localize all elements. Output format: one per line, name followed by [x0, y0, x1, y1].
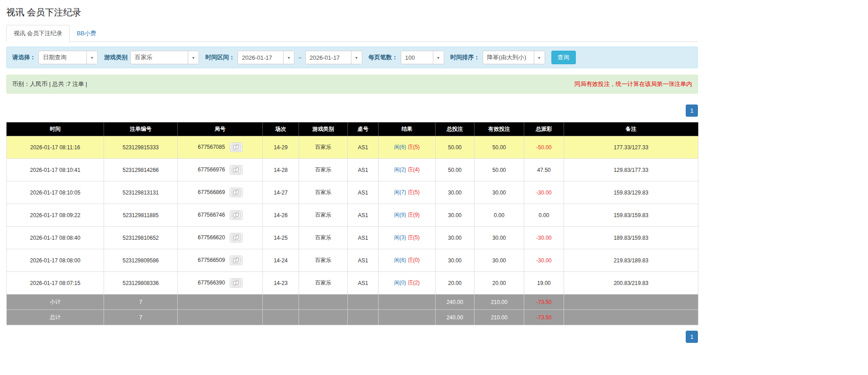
result-banker: 庄(5): [408, 144, 420, 150]
cell-note: 189.83/159.83: [564, 227, 698, 249]
view-cards-icon[interactable]: [230, 233, 242, 242]
result-banker: 庄(4): [408, 166, 420, 173]
round-id-value: 677566509: [198, 257, 225, 263]
result-banker: 庄(5): [408, 189, 420, 195]
page-1-button[interactable]: 1: [686, 331, 698, 343]
cell-payout: -50.00: [524, 136, 564, 159]
header-session: 场次: [263, 123, 299, 136]
cell-table-no: AS1: [348, 204, 379, 227]
date-from-value: 2026-01-17: [238, 54, 283, 61]
date-range-separator: ~: [297, 54, 303, 61]
cell-total-bet[interactable]: 30.00: [436, 227, 474, 249]
header-result: 结果: [379, 123, 436, 136]
chevron-down-icon[interactable]: ▾: [351, 51, 362, 64]
table-row: 2026-01-17 08:07:15 523129808336 6775663…: [7, 272, 698, 294]
date-to-select[interactable]: 2026-01-17 ▾: [305, 51, 362, 64]
cell-total-bet[interactable]: 30.00: [436, 204, 474, 227]
cell-note: 159.83/159.83: [564, 204, 698, 227]
page-size-select[interactable]: 100 ▾: [401, 51, 444, 64]
cell-total-bet[interactable]: 30.00: [436, 181, 474, 204]
table-body: 2026-01-17 08:11:16 523129815333 6775670…: [7, 136, 698, 294]
chevron-down-icon[interactable]: ▾: [433, 51, 444, 64]
cell-round-id: 677567085: [178, 136, 263, 159]
result-player: 闲(3): [394, 234, 406, 241]
cell-note: 159.83/129.83: [564, 181, 698, 204]
total-valid-bet: 210.00: [474, 310, 524, 325]
query-type-value: 日期查询: [39, 53, 86, 62]
date-to-value: 2026-01-17: [306, 54, 351, 61]
chevron-down-icon[interactable]: ▾: [534, 51, 545, 64]
query-type-select[interactable]: 日期查询 ▾: [38, 51, 98, 64]
cell-game-type: 百家乐: [299, 136, 348, 159]
cell-bet-id: 523129811885: [104, 204, 178, 227]
cell-table-no: AS1: [348, 136, 379, 159]
cell-round-id: 677566620: [178, 227, 263, 249]
total-count: 7: [104, 310, 178, 325]
cell-time: 2026-01-17 08:07:15: [7, 272, 104, 294]
cell-valid-bet: 50.00: [474, 159, 524, 181]
tab-bar: 视讯 会员下注纪录 BB小费: [6, 25, 698, 42]
round-id-value: 677566976: [198, 166, 225, 173]
cell-bet-id: 523129810652: [104, 227, 178, 249]
subtotal-row: 小计 7 240.00 210.00 -73.50: [7, 294, 698, 310]
cell-round-id: 677566509: [178, 249, 263, 272]
date-from-select[interactable]: 2026-01-17 ▾: [237, 51, 294, 64]
cell-round-id: 677566746: [178, 204, 263, 227]
view-cards-icon[interactable]: [230, 256, 242, 265]
header-total-bet: 总投注: [436, 123, 474, 136]
view-cards-icon[interactable]: [230, 142, 242, 152]
header-time: 时间: [7, 123, 104, 136]
time-sort-select[interactable]: 降幂(由大到小) ▾: [483, 51, 545, 64]
cell-session: 14-29: [263, 136, 299, 159]
page-1-button[interactable]: 1: [686, 104, 698, 117]
view-cards-icon[interactable]: [230, 278, 242, 288]
page-title: 视讯 会员下注纪录: [6, 6, 698, 19]
subtotal-count: 7: [104, 294, 178, 310]
result-player: 闲(2): [394, 166, 406, 173]
total-row: 总计 7 240.00 210.00 -73.50: [7, 310, 698, 325]
cell-total-bet[interactable]: 20.00: [436, 272, 474, 294]
view-cards-icon[interactable]: [230, 210, 242, 220]
cell-result: 闲(0) 庄(2): [379, 272, 436, 294]
cell-game-type: 百家乐: [299, 181, 348, 204]
cell-total-bet[interactable]: 50.00: [436, 136, 474, 159]
cell-total-bet[interactable]: 30.00: [436, 249, 474, 272]
table-row: 2026-01-17 08:11:16 523129815333 6775670…: [7, 136, 698, 159]
result-player: 闲(6): [394, 144, 406, 150]
cell-session: 14-24: [263, 249, 299, 272]
total-label: 总计: [7, 310, 104, 325]
table-row: 2026-01-17 08:10:41 523129814266 6775669…: [7, 159, 698, 181]
round-id-value: 677566869: [198, 189, 225, 195]
cell-payout: 47.50: [524, 159, 564, 181]
header-round-id: 局号: [178, 123, 263, 136]
view-cards-icon[interactable]: [230, 188, 242, 197]
result-player: 闲(7): [394, 189, 406, 195]
cell-table-no: AS1: [348, 249, 379, 272]
cell-total-bet[interactable]: 50.00: [436, 159, 474, 181]
tab-betting-records[interactable]: 视讯 会员下注纪录: [6, 25, 70, 42]
cell-bet-id: 523129815333: [104, 136, 178, 159]
cell-table-no: AS1: [348, 181, 379, 204]
table-row: 2026-01-17 08:09:22 523129811885 6775667…: [7, 204, 698, 227]
cell-result: 闲(2) 庄(4): [379, 159, 436, 181]
cell-bet-id: 523129808336: [104, 272, 178, 294]
query-button[interactable]: 查询: [551, 51, 576, 64]
date-range-label: 时间区间：: [205, 53, 235, 62]
chevron-down-icon[interactable]: ▾: [283, 51, 294, 64]
cell-valid-bet: 30.00: [474, 227, 524, 249]
cell-valid-bet: 30.00: [474, 181, 524, 204]
cell-game-type: 百家乐: [299, 159, 348, 181]
subtotal-payout: -73.50: [524, 294, 564, 310]
cell-valid-bet: 30.00: [474, 249, 524, 272]
result-player: 闲(9): [394, 212, 406, 218]
tab-bb-tip[interactable]: BB小费: [70, 25, 104, 42]
game-type-select[interactable]: 百家乐 ▾: [130, 51, 199, 64]
cell-round-id: 677566390: [178, 272, 263, 294]
currency-total-summary: 币别：人民币 | 总共 :7 注单 |: [12, 80, 87, 88]
cell-note: 200.83/219.83: [564, 272, 698, 294]
chevron-down-icon[interactable]: ▾: [86, 51, 97, 64]
cell-bet-id: 523129814266: [104, 159, 178, 181]
subtotal-total-bet: 240.00: [436, 294, 474, 310]
view-cards-icon[interactable]: [230, 165, 242, 175]
chevron-down-icon[interactable]: ▾: [188, 51, 199, 64]
